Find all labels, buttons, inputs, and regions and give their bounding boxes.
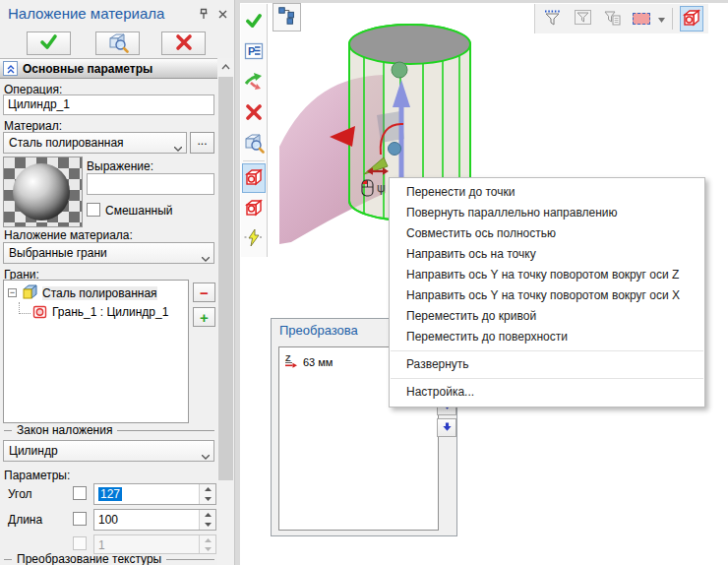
faces-tree[interactable]: − Сталь полированная [3,280,189,423]
material-body-cube-icon [244,198,264,220]
remove-face-button[interactable]: − [193,282,215,302]
tree-row-material[interactable]: − Сталь полированная [4,283,188,302]
cylinder-top-cap [349,25,470,64]
swap-direction-button[interactable] [242,68,266,97]
material-sphere-image [13,163,70,220]
menu-item-aim-y-around-x[interactable]: Направить ось Y на точку поворотом вокру… [390,285,704,306]
third-param-checkbox [73,536,87,550]
transform-panel-title: Преобразова [279,323,358,338]
length-value[interactable]: 100 [98,513,118,527]
mouse-hint-icon [362,180,373,196]
swap-direction-icon [244,72,264,94]
panel-scrollbar[interactable] [217,58,234,565]
overlay-mode-dropdown[interactable]: Выбранные грани [3,242,214,264]
menu-item-aim-y-around-z[interactable]: Направить ось Y на точку поворотом вокру… [390,265,704,285]
filter-list-icon [604,10,622,29]
cancel-cross-icon [175,33,193,54]
menu-item-aim-axis-at-point[interactable]: Направить ось на точку [390,244,704,265]
menu-item-move-to-curve[interactable]: Переместить до кривой [390,306,704,327]
filter-button[interactable] [540,6,564,31]
filter-icon [544,10,561,29]
collapse-chevrons-icon[interactable] [3,61,18,76]
properties-button[interactable]: P [242,37,266,67]
chevron-down-icon [202,449,210,463]
dropdown-arrow-icon[interactable] [658,12,665,26]
add-face-button[interactable]: + [193,307,215,327]
cancel-button[interactable] [242,98,266,128]
material-browse-button[interactable]: ... [190,132,214,154]
material-node-icon [21,284,38,301]
scroll-up-icon[interactable] [217,58,234,75]
menu-separator [391,378,703,379]
handle-sphere-top [392,62,407,78]
handle-sphere-center [389,143,401,156]
mixed-checkbox[interactable] [87,203,100,217]
menu-item-move-to-point[interactable]: Перенести до точки [390,182,704,203]
operation-field[interactable]: Цилиндр_1 [3,94,214,115]
preview-magnifier-cube-icon [107,31,129,56]
scrollbar-thumb[interactable] [218,77,233,480]
preview-magnifier-cube-icon [243,132,265,157]
angle-checkbox[interactable] [73,486,87,500]
material-body-mode-button[interactable] [242,194,266,223]
law-group-header: Закон наложения [4,423,214,437]
filter-list-button[interactable] [601,6,625,31]
arrow-down-icon [442,421,453,435]
preview-button[interactable] [242,129,266,158]
filter-box-icon [575,10,591,28]
geometry-hint-glyph: ψ [377,180,386,195]
toolbar-separator [243,160,265,161]
menu-item-rotate-parallel[interactable]: Повернуть параллельно направлению [390,203,704,223]
pin-icon[interactable] [197,7,211,21]
angle-spinner[interactable]: 127 [93,483,216,505]
menu-separator [391,350,703,351]
confirm-check-icon [245,13,263,31]
law-dropdown[interactable]: Цилиндр [3,440,214,462]
overlay-mode-label: Наложение материала: [4,228,133,242]
material-dropdown[interactable]: Сталь полированная [3,132,187,154]
close-icon[interactable] [215,7,229,21]
resize-horizontal-cursor-icon [367,167,389,175]
tree-expander-icon[interactable]: − [8,288,17,297]
expression-field[interactable] [87,173,214,195]
length-checkbox[interactable] [73,512,87,526]
material-face-mode-button[interactable] [242,163,266,193]
svg-text:P: P [248,45,255,57]
ok-button[interactable] [27,31,71,55]
angle-value[interactable]: 127 [98,487,122,501]
third-param-spinner: 1 [93,534,216,554]
autoupdate-button[interactable] [242,224,266,254]
face-select-mode-button[interactable] [680,6,703,31]
length-spinner[interactable]: 100 [93,509,216,531]
panel-title: Наложение материала [8,5,164,22]
angle-label: Угол [8,487,32,501]
selection-color-swatch [633,13,650,25]
preview-button[interactable] [95,31,140,55]
face-node-icon [32,304,48,320]
filter-box-button[interactable] [571,6,594,31]
chevron-down-icon [174,141,182,155]
parameters-label: Параметры: [4,469,70,482]
material-label: Материал: [4,119,62,133]
structure-cubes-icon [276,5,298,30]
structure-button[interactable] [273,3,301,31]
cancel-button[interactable] [161,31,206,55]
spinner-arrows-icon[interactable] [199,510,215,530]
ok-button[interactable] [242,7,266,36]
spinner-arrows-icon[interactable] [199,484,215,504]
selection-color-button[interactable] [632,6,651,31]
mixed-checkbox-label: Смешанный [105,204,172,218]
third-param-value: 1 [98,538,105,552]
menu-item-align-axis-full[interactable]: Совместить ось полностью [390,223,704,244]
move-down-button[interactable] [437,418,456,437]
transform-item-text: 63 мм [303,356,333,368]
tree-item-label[interactable]: Сталь полированная [42,286,157,300]
properties-icon: P [244,41,264,64]
menu-item-expand[interactable]: Развернуть [390,354,704,375]
menu-item-settings[interactable]: Настройка... [390,382,704,403]
tree-item-label[interactable]: Грань_1 : Цилиндр_1 [52,305,168,319]
menu-item-move-to-surface[interactable]: Переместить до поверхности [390,327,704,347]
tree-row-face[interactable]: Грань_1 : Цилиндр_1 [4,302,188,321]
viewport-left-toolbar: P [241,4,268,257]
section-header-main[interactable]: Основные параметры [0,58,217,79]
